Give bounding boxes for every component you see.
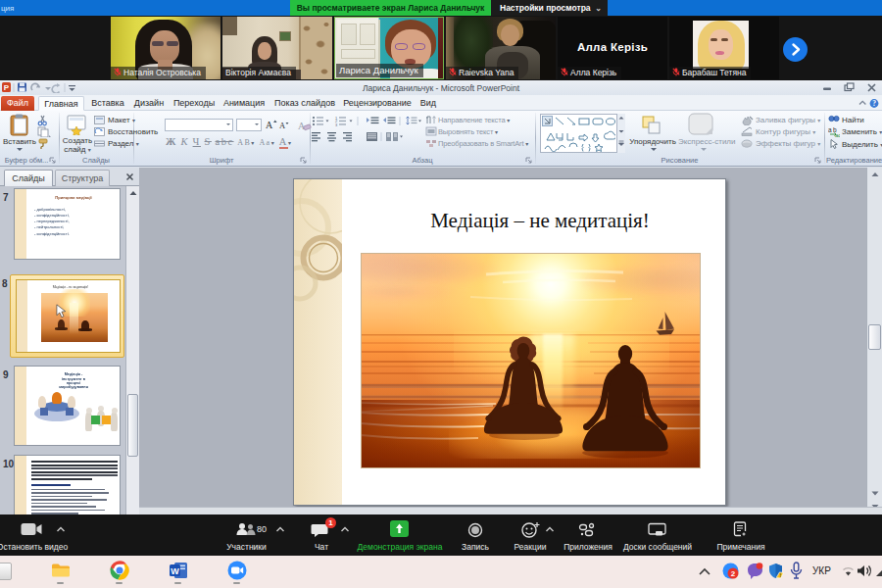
svg-text:!: ! — [779, 572, 781, 578]
svg-text:2: 2 — [731, 569, 736, 578]
svg-text:ac: ac — [835, 132, 840, 138]
svg-text:P: P — [4, 83, 10, 92]
svg-text:?: ? — [872, 99, 876, 108]
svg-text:3: 3 — [335, 122, 338, 127]
svg-text:W: W — [171, 566, 179, 576]
svg-text:a: a — [828, 126, 832, 133]
svg-text:A: A — [266, 120, 273, 130]
svg-text:A: A — [279, 121, 286, 130]
